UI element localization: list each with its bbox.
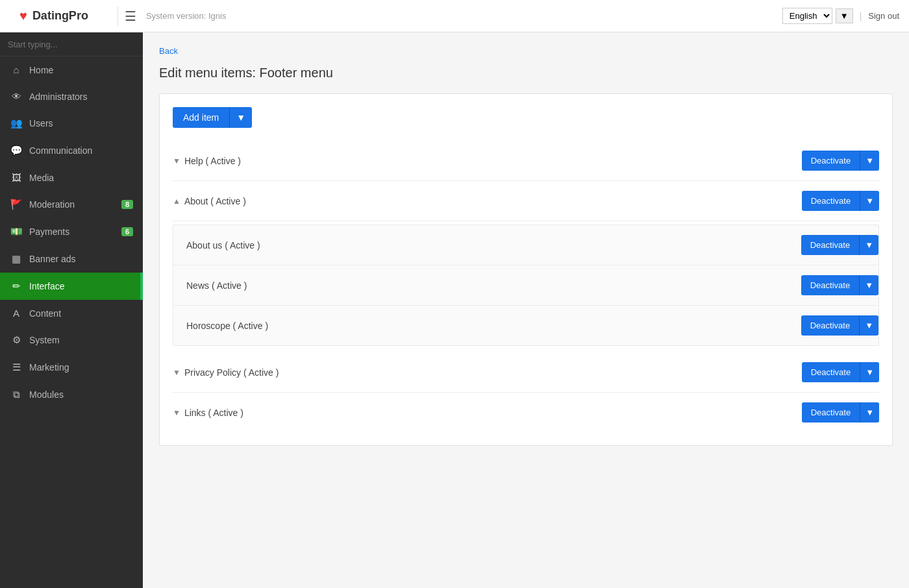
sidebar-icon-marketing: ☰ — [10, 361, 23, 373]
sidebar-icon-users: 👥 — [10, 117, 23, 129]
deactivate-button-help[interactable]: Deactivate — [802, 151, 860, 171]
main-content: Back Edit menu items: Footer menu Add it… — [143, 32, 909, 588]
deactivate-dropdown-button-about-us[interactable]: ▼ — [859, 235, 878, 255]
layout: ⌂ Home 👁 Administrators 👥 Users 💬 Commun… — [0, 32, 909, 588]
sidebar-icon-payments: 💵 — [10, 226, 23, 238]
sidebar-label-modules: Modules — [29, 389, 133, 400]
sidebar-item-communication[interactable]: 💬 Communication — [0, 137, 143, 164]
sidebar-icon-communication: 💬 — [10, 145, 23, 156]
sidebar-icon-banner-ads: ▦ — [10, 253, 23, 265]
deactivate-group-horoscope: Deactivate ▼ — [801, 315, 878, 336]
deactivate-group-news: Deactivate ▼ — [801, 275, 878, 295]
deactivate-dropdown-button-about[interactable]: ▼ — [860, 191, 879, 211]
deactivate-button-privacy-policy[interactable]: Deactivate — [802, 362, 860, 382]
sub-item-label-about-us: About us ( Active ) — [186, 240, 260, 251]
sub-item-row-horoscope: Horoscope ( Active ) Deactivate ▼ — [173, 306, 878, 345]
deactivate-dropdown-button-links[interactable]: ▼ — [860, 402, 879, 423]
menu-item-row-about: ▲ About ( Active ) Deactivate ▼ — [173, 181, 879, 221]
sub-item-label-news: News ( Active ) — [186, 280, 247, 291]
sidebar-label-marketing: Marketing — [29, 362, 133, 373]
content-card: Add item ▼ ▼ Help ( Active ) Deactivate … — [159, 93, 893, 446]
sidebar-icon-system: ⚙ — [10, 334, 23, 346]
sidebar-label-users: Users — [29, 118, 133, 129]
sub-item-row-about-us: About us ( Active ) Deactivate ▼ — [173, 225, 878, 265]
sidebar-icon-moderation: 🚩 — [10, 199, 23, 210]
deactivate-button-news[interactable]: Deactivate — [801, 275, 859, 295]
sidebar-icon-content: A — [10, 308, 23, 319]
header: ♥ DatingPro ☰ System version: Ignis Engl… — [0, 0, 909, 32]
logo-separator — [118, 6, 118, 26]
sidebar: ⌂ Home 👁 Administrators 👥 Users 💬 Commun… — [0, 32, 143, 588]
sidebar-icon-interface: ✏ — [10, 280, 23, 292]
sidebar-badge-payments: 6 — [121, 227, 133, 236]
sign-out-link[interactable]: Sign out — [868, 11, 899, 21]
sidebar-label-administrators: Administrators — [29, 92, 133, 102]
search-box — [0, 32, 143, 56]
sidebar-item-content[interactable]: A Content — [0, 300, 143, 326]
logo-text: DatingPro — [32, 9, 88, 23]
deactivate-dropdown-button-horoscope[interactable]: ▼ — [859, 315, 878, 336]
sidebar-label-payments: Payments — [29, 227, 115, 237]
deactivate-dropdown-button-news[interactable]: ▼ — [859, 275, 878, 295]
deactivate-button-horoscope[interactable]: Deactivate — [801, 315, 859, 336]
deactivate-group-about: Deactivate ▼ — [802, 191, 879, 211]
page-title: Edit menu items: Footer menu — [159, 66, 893, 80]
sidebar-label-media: Media — [29, 173, 133, 183]
hamburger-icon[interactable]: ☰ — [125, 8, 136, 24]
sidebar-label-system: System — [29, 335, 133, 345]
language-dropdown-button[interactable]: ▼ — [836, 8, 853, 23]
language-select[interactable]: English — [782, 8, 832, 24]
sidebar-icon-modules: ⧉ — [10, 389, 23, 400]
chevron-icon-about: ▲ — [173, 197, 181, 206]
header-left: ☰ System version: Ignis — [125, 8, 782, 24]
back-link[interactable]: Back — [159, 46, 178, 56]
sidebar-item-payments[interactable]: 💵 Payments 6 — [0, 218, 143, 245]
sidebar-items-container: ⌂ Home 👁 Administrators 👥 Users 💬 Commun… — [0, 56, 143, 408]
sidebar-label-communication: Communication — [29, 145, 133, 156]
sub-section-about: About us ( Active ) Deactivate ▼ News ( … — [173, 225, 879, 346]
deactivate-group-privacy-policy: Deactivate ▼ — [802, 362, 879, 382]
menu-item-label-about: ▲ About ( Active ) — [173, 196, 246, 206]
chevron-icon-privacy-policy: ▼ — [173, 368, 181, 377]
sub-item-label-horoscope: Horoscope ( Active ) — [186, 321, 268, 331]
sidebar-item-home[interactable]: ⌂ Home — [0, 56, 143, 83]
menu-item-label-privacy-policy: ▼ Privacy Policy ( Active ) — [173, 367, 279, 378]
sidebar-item-banner-ads[interactable]: ▦ Banner ads — [0, 245, 143, 273]
logo-heart-icon: ♥ — [19, 8, 27, 23]
sidebar-item-administrators[interactable]: 👁 Administrators — [0, 83, 143, 110]
chevron-icon-links: ▼ — [173, 408, 181, 417]
sidebar-icon-administrators: 👁 — [10, 91, 23, 102]
sidebar-item-modules[interactable]: ⧉ Modules — [0, 381, 143, 408]
sidebar-item-interface[interactable]: ✏ Interface — [0, 273, 143, 300]
deactivate-dropdown-button-privacy-policy[interactable]: ▼ — [860, 362, 879, 382]
add-item-dropdown-button[interactable]: ▼ — [229, 107, 252, 128]
deactivate-button-about[interactable]: Deactivate — [802, 191, 860, 211]
add-item-group: Add item ▼ — [173, 107, 879, 128]
separator: | — [860, 11, 862, 21]
sidebar-item-users[interactable]: 👥 Users — [0, 110, 143, 137]
sidebar-item-media[interactable]: 🖼 Media — [0, 164, 143, 191]
logo: ♥ DatingPro — [10, 8, 98, 23]
sub-item-row-news: News ( Active ) Deactivate ▼ — [173, 265, 878, 306]
sidebar-icon-home: ⌂ — [10, 64, 23, 75]
deactivate-dropdown-button-help[interactable]: ▼ — [860, 151, 879, 171]
deactivate-group-help: Deactivate ▼ — [802, 151, 879, 171]
menu-item-row-help: ▼ Help ( Active ) Deactivate ▼ — [173, 141, 879, 181]
deactivate-group-links: Deactivate ▼ — [802, 402, 879, 423]
menu-item-label-help: ▼ Help ( Active ) — [173, 156, 241, 166]
deactivate-button-links[interactable]: Deactivate — [802, 402, 860, 423]
sidebar-label-content: Content — [29, 308, 133, 319]
sidebar-item-moderation[interactable]: 🚩 Moderation 8 — [0, 191, 143, 218]
sidebar-item-system[interactable]: ⚙ System — [0, 326, 143, 354]
menu-items-container: ▼ Help ( Active ) Deactivate ▼ ▲ About (… — [173, 141, 879, 432]
menu-item-row-links: ▼ Links ( Active ) Deactivate ▼ — [173, 393, 879, 432]
search-input[interactable] — [8, 40, 135, 49]
sidebar-item-marketing[interactable]: ☰ Marketing — [0, 354, 143, 381]
deactivate-group-about-us: Deactivate ▼ — [801, 235, 878, 255]
deactivate-button-about-us[interactable]: Deactivate — [801, 235, 859, 255]
add-item-button[interactable]: Add item — [173, 107, 229, 128]
header-right: English ▼ | Sign out — [782, 8, 899, 24]
menu-item-label-links: ▼ Links ( Active ) — [173, 408, 243, 418]
chevron-icon-help: ▼ — [173, 156, 181, 165]
sidebar-label-home: Home — [29, 65, 133, 75]
